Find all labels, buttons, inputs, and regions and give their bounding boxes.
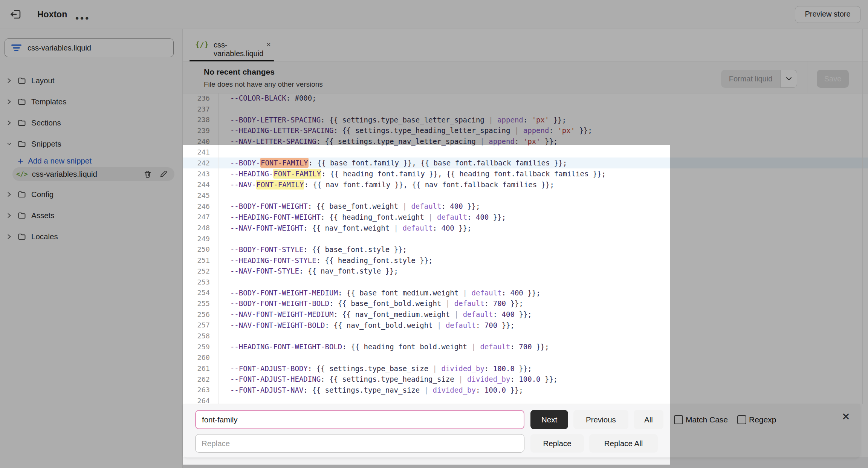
- close-find-icon[interactable]: ✕: [842, 412, 850, 422]
- chevron-down-icon: [786, 77, 792, 81]
- folder-icon: [17, 139, 27, 148]
- sidebar-folder-snippets[interactable]: Snippets: [0, 133, 183, 154]
- code-line[interactable]: 247 --HEADING-FONT-WEIGHT: {{ heading_fo…: [183, 212, 868, 223]
- sidebar-file-css-variables[interactable]: </>css-variables.liquid: [12, 167, 174, 181]
- find-all-button[interactable]: All: [634, 410, 663, 429]
- code-line[interactable]: 240 --NAV-LETTER-SPACING: {{ settings.ty…: [183, 136, 868, 147]
- save-button[interactable]: Save: [817, 70, 849, 88]
- folder-icon: [17, 211, 27, 220]
- line-content: --FONT-ADJUST-NAV: {{ settings.type_nav_…: [218, 386, 523, 394]
- code-line[interactable]: 257 --NAV-FONT-WEIGHT-BOLD: {{ nav_font_…: [183, 320, 868, 330]
- line-number: 240: [183, 138, 218, 145]
- find-previous-button[interactable]: Previous: [573, 410, 628, 429]
- replace-all-button[interactable]: Replace All: [589, 434, 658, 453]
- code-line[interactable]: 243 --HEADING-FONT-FAMILY: {{ heading_fo…: [183, 168, 868, 179]
- search-input[interactable]: [27, 43, 156, 53]
- folder-icon: [17, 190, 27, 199]
- sidebar-folder-sections[interactable]: Sections: [0, 112, 183, 133]
- line-number: 237: [183, 105, 218, 113]
- line-content: --NAV-LETTER-SPACING: {{ settings.type_n…: [218, 137, 558, 145]
- line-number: 238: [183, 116, 218, 124]
- code-line[interactable]: 238 --BODY-LETTER-SPACING: {{ settings.t…: [183, 114, 868, 125]
- code-file-icon: </>: [16, 170, 28, 178]
- sidebar-folder-assets[interactable]: Assets: [0, 205, 183, 226]
- preview-store-button[interactable]: Preview store: [795, 6, 860, 23]
- sidebar-folder-locales[interactable]: Locales: [0, 226, 183, 247]
- code-line[interactable]: 248 --NAV-FONT-WEIGHT: {{ nav_font.weigh…: [183, 222, 868, 233]
- line-number: 255: [183, 300, 218, 307]
- sidebar-folder-layout[interactable]: Layout: [0, 70, 183, 91]
- exit-editor-button[interactable]: [9, 8, 22, 20]
- format-liquid-button[interactable]: Format liquid: [721, 70, 780, 88]
- sidebar-folder-templates[interactable]: Templates: [0, 91, 183, 112]
- code-line[interactable]: 237: [183, 104, 868, 115]
- liquid-file-icon: {/}: [195, 40, 209, 49]
- code-line[interactable]: 245: [183, 190, 868, 201]
- file-tree: LayoutTemplatesSectionsSnippets+Add a ne…: [0, 70, 183, 247]
- code-line[interactable]: 255 --BODY-FONT-WEIGHT-BOLD: {{ base_fon…: [183, 298, 868, 309]
- kebab-menu-icon[interactable]: •••: [75, 12, 90, 24]
- sidebar-folder-config[interactable]: Config: [0, 184, 183, 205]
- file-search-box[interactable]: [5, 38, 174, 57]
- code-line[interactable]: 244 --NAV-FONT-FAMILY: {{ nav_font.famil…: [183, 179, 868, 190]
- line-number: 236: [183, 94, 218, 102]
- line-content: --FONT-ADJUST-HEADING: {{ settings.type_…: [218, 375, 558, 383]
- exit-icon: [9, 8, 22, 20]
- line-number: 244: [183, 180, 218, 188]
- line-number: 247: [183, 213, 218, 221]
- line-content: --NAV-FONT-WEIGHT-BOLD: {{ nav_font_bold…: [218, 321, 515, 329]
- banner-subtitle: File does not have any other versions: [204, 80, 323, 89]
- code-editor-pane: {/} css-variables.liquid × No recent cha…: [183, 29, 868, 468]
- folder-label: Snippets: [31, 139, 61, 148]
- chevron-right-icon: [7, 78, 12, 84]
- pencil-icon[interactable]: [159, 170, 168, 179]
- match-case-checkbox[interactable]: Match Case: [674, 410, 728, 429]
- code-line[interactable]: 254 --BODY-FONT-WEIGHT-MEDIUM: {{ base_f…: [183, 287, 868, 298]
- code-area[interactable]: 236 --COLOR-BLACK: #000;237238 --BODY-LE…: [183, 93, 868, 406]
- code-line[interactable]: 263 --FONT-ADJUST-NAV: {{ settings.type_…: [183, 385, 868, 396]
- tab-close-icon[interactable]: ×: [266, 40, 271, 49]
- line-content: --NAV-FONT-STYLE: {{ nav_font.style }};: [218, 267, 398, 275]
- code-line[interactable]: 250 --BODY-FONT-STYLE: {{ base_font.styl…: [183, 244, 868, 255]
- trash-icon[interactable]: [144, 170, 152, 179]
- code-line[interactable]: 241: [183, 147, 868, 158]
- code-line[interactable]: 262 --FONT-ADJUST-HEADING: {{ settings.t…: [183, 374, 868, 385]
- line-content: --FONT-ADJUST-BODY: {{ settings.type_bas…: [218, 364, 532, 373]
- line-content: --BODY-FONT-FAMILY: {{ base_font.family …: [218, 159, 567, 167]
- replace-input[interactable]: [195, 434, 524, 453]
- code-line[interactable]: 256 --NAV-FONT-WEIGHT-MEDIUM: {{ nav_fon…: [183, 309, 868, 320]
- line-number: 250: [183, 245, 218, 253]
- code-line[interactable]: 239 --HEADING-LETTER-SPACING: {{ setting…: [183, 125, 868, 136]
- code-line[interactable]: 260: [183, 352, 868, 363]
- line-number: 260: [183, 353, 218, 361]
- line-content: --BODY-FONT-STYLE: {{ base_font.style }}…: [218, 245, 407, 254]
- replace-button[interactable]: Replace: [530, 434, 584, 453]
- add-new-snippet-link[interactable]: +Add a new snippet: [0, 154, 183, 167]
- code-line[interactable]: 253: [183, 277, 868, 288]
- code-line[interactable]: 242 --BODY-FONT-FAMILY: {{ base_font.fam…: [183, 158, 868, 168]
- regexp-checkbox[interactable]: Regexp: [737, 410, 776, 429]
- format-liquid-dropdown[interactable]: [780, 70, 797, 88]
- code-line[interactable]: 259 --HEADING-FONT-WEIGHT-BOLD: {{ headi…: [183, 341, 868, 352]
- code-line[interactable]: 258: [183, 330, 868, 341]
- line-content: --BODY-LETTER-SPACING: {{ settings.type_…: [218, 116, 566, 124]
- folder-label: Assets: [31, 211, 55, 220]
- code-line[interactable]: 249: [183, 233, 868, 244]
- folder-icon: [17, 76, 27, 85]
- find-next-button[interactable]: Next: [530, 410, 568, 429]
- chevron-right-icon: [7, 191, 12, 197]
- code-line[interactable]: 252 --NAV-FONT-STYLE: {{ nav_font.style …: [183, 266, 868, 277]
- code-line[interactable]: 251 --HEADING-FONT-STYLE: {{ heading_fon…: [183, 255, 868, 266]
- line-content: --NAV-FONT-FAMILY: {{ nav_font.family }}…: [218, 180, 554, 189]
- line-content: --COLOR-BLACK: #000;: [218, 94, 316, 102]
- line-number: 257: [183, 321, 218, 329]
- code-line[interactable]: 246 --BODY-FONT-WEIGHT: {{ base_font.wei…: [183, 201, 868, 212]
- line-content: --HEADING-FONT-WEIGHT: {{ heading_font.w…: [218, 213, 506, 221]
- line-number: 253: [183, 278, 218, 286]
- find-input[interactable]: [195, 410, 524, 429]
- code-line[interactable]: 236 --COLOR-BLACK: #000;: [183, 93, 868, 104]
- code-line[interactable]: 261 --FONT-ADJUST-BODY: {{ settings.type…: [183, 363, 868, 374]
- line-content: --HEADING-FONT-WEIGHT-BOLD: {{ heading_f…: [218, 343, 549, 351]
- line-number: 258: [183, 332, 218, 340]
- tab-css-variables[interactable]: {/} css-variables.liquid ×: [189, 29, 274, 61]
